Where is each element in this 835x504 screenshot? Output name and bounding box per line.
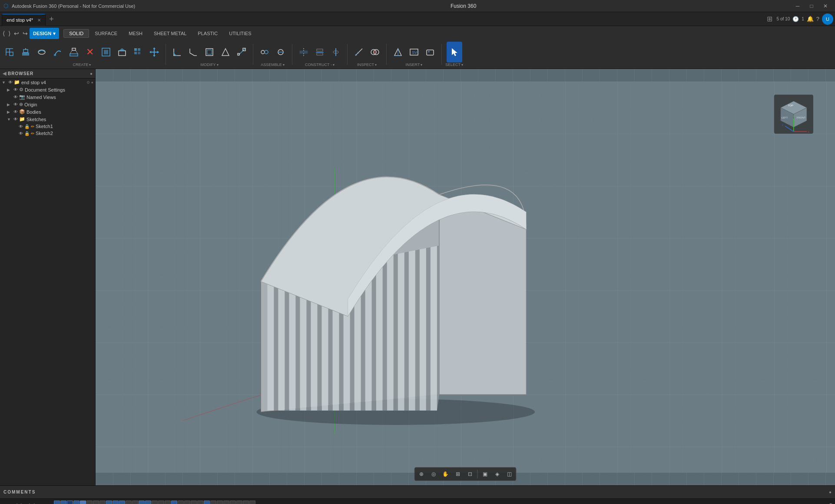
timeline-marker[interactable] — [249, 501, 255, 504]
timeline-prev-button[interactable]: ◀ — [11, 502, 19, 504]
eye-icon[interactable]: 👁 — [13, 95, 18, 99]
tab-utilities[interactable]: UTILITIES — [223, 29, 257, 38]
timeline-next-button[interactable]: ▶▶ — [28, 502, 40, 504]
revolve-button[interactable] — [34, 42, 50, 63]
browser-collapse-icon[interactable]: ◀ — [3, 71, 6, 76]
timeline-marker[interactable] — [165, 501, 171, 504]
timeline-marker[interactable] — [86, 501, 93, 504]
timeline-marker[interactable] — [119, 501, 125, 504]
joint-button[interactable] — [257, 42, 272, 63]
eye-icon[interactable]: 👁 — [8, 80, 13, 85]
draft-button[interactable] — [218, 42, 233, 63]
insert-svg-button[interactable]: SVG — [406, 42, 422, 63]
timeline-marker[interactable] — [204, 501, 210, 504]
timeline-marker[interactable] — [67, 501, 73, 504]
timeline-marker[interactable] — [126, 501, 132, 504]
tree-item-doc-settings[interactable]: ▶ 👁 ⚙ Document Settings — [0, 86, 95, 93]
tree-item-sketch2[interactable]: ▶ 👁 🔒 ✏ Sketch2 — [0, 130, 95, 137]
viewport[interactable]: TOP LEFT FRONT X Y Z ⊕ ◎ ✋ ⊞ ⊡ — [96, 69, 835, 485]
timeline-marker[interactable] — [93, 501, 99, 504]
tree-expand-doc-settings[interactable]: ▶ — [7, 88, 12, 92]
tab-surface[interactable]: SURFACE — [89, 29, 123, 38]
nav-back-icon[interactable]: ⟨ — [2, 29, 6, 38]
scale-button[interactable] — [234, 42, 249, 63]
tree-item-sketches[interactable]: ▼ 👁 📁 Sketches — [0, 115, 95, 123]
as-built-joint-button[interactable] — [273, 42, 288, 63]
tab-solid[interactable]: SOLID — [63, 29, 89, 38]
timeline-marker[interactable] — [158, 501, 164, 504]
eye-icon[interactable]: 👁 — [19, 124, 23, 129]
tab-add-button[interactable]: + — [46, 12, 57, 26]
comments-close-icon[interactable]: ● — [829, 490, 832, 494]
tab-end-stop-v4[interactable]: end stop v4* ✕ — [2, 14, 46, 26]
timeline-marker[interactable] — [73, 501, 80, 504]
eye-icon[interactable]: 👁 — [19, 131, 23, 136]
look-at-button[interactable]: ◎ — [428, 468, 439, 480]
new-component-button[interactable] — [2, 42, 17, 63]
tree-expand-root[interactable]: ▼ — [2, 80, 7, 85]
pan-button[interactable]: ✋ — [440, 468, 451, 480]
create-base-button[interactable] — [114, 42, 130, 63]
tree-item-bodies[interactable]: ▶ 👁 📦 Bodies — [0, 108, 95, 115]
display-mode-button[interactable]: ▣ — [480, 468, 491, 480]
insert-mesh-button[interactable] — [390, 42, 406, 63]
eye-icon[interactable]: 👁 — [13, 102, 18, 107]
maximize-button[interactable]: □ — [805, 2, 818, 10]
timeline-marker[interactable] — [243, 501, 249, 504]
timeline-marker[interactable] — [191, 501, 197, 504]
tab-plastic[interactable]: PLASTIC — [192, 29, 223, 38]
timeline-play-button[interactable]: ▶ — [20, 502, 27, 504]
timeline-marker[interactable] — [230, 501, 236, 504]
close-button[interactable]: ✕ — [819, 2, 832, 10]
tab-close-icon[interactable]: ✕ — [37, 18, 41, 23]
orbit-button[interactable]: ⊕ — [416, 468, 427, 480]
timeline-marker[interactable] — [217, 501, 223, 504]
sweep-button[interactable] — [50, 42, 66, 63]
timeline-settings-icon[interactable]: ⚙ — [828, 502, 833, 504]
redo-icon[interactable]: ↪ — [22, 29, 29, 38]
timeline-marker-active[interactable] — [80, 501, 86, 504]
boundary-fill-button[interactable] — [98, 42, 114, 63]
fillet-button[interactable] — [169, 42, 185, 63]
extrude-button[interactable] — [18, 42, 33, 63]
settings-icon[interactable]: ⚙ — [86, 80, 90, 85]
shell-button[interactable] — [202, 42, 217, 63]
timeline-start-button[interactable]: ⏮ — [2, 502, 10, 504]
pattern-button[interactable] — [130, 42, 146, 63]
add-tab-icon[interactable]: ⊞ — [765, 15, 774, 23]
timeline-marker[interactable] — [139, 501, 145, 504]
timeline-marker[interactable] — [145, 501, 151, 504]
tree-item-sketch1[interactable]: ▶ 👁 🔒 ✏ Sketch1 — [0, 123, 95, 130]
midplane-button[interactable] — [312, 42, 328, 63]
timeline-marker[interactable] — [223, 501, 229, 504]
help-icon[interactable]: ? — [816, 16, 819, 22]
timeline-marker[interactable] — [210, 501, 216, 504]
timeline-marker[interactable] — [184, 501, 190, 504]
tab-sheet-metal[interactable]: SHEET METAL — [148, 29, 192, 38]
tree-item-origin[interactable]: ▶ 👁 ⊕ Origin — [0, 101, 95, 108]
user-avatar[interactable]: U — [822, 13, 833, 25]
timeline-marker[interactable] — [152, 501, 158, 504]
axis-button[interactable] — [328, 42, 344, 63]
timeline-end-button[interactable]: ⏭ — [41, 502, 50, 504]
timeline-marker[interactable] — [236, 501, 242, 504]
timeline-marker[interactable] — [171, 501, 177, 504]
move-button[interactable] — [146, 42, 162, 63]
timeline-marker[interactable] — [178, 501, 184, 504]
zoom-fit-button[interactable]: ⊡ — [464, 468, 476, 480]
timeline-marker[interactable] — [132, 501, 138, 504]
nav-forward-icon[interactable]: ⟩ — [7, 29, 11, 38]
eye-icon[interactable]: 👁 — [13, 87, 18, 92]
more-icon[interactable]: ● — [91, 80, 93, 85]
measure-button[interactable] — [351, 42, 367, 63]
delete-button[interactable]: ✕ — [82, 42, 98, 63]
tree-expand-bodies[interactable]: ▶ — [7, 110, 12, 114]
loft-button[interactable] — [66, 42, 82, 63]
tree-expand-sketches[interactable]: ▼ — [7, 117, 12, 122]
decal-button[interactable] — [422, 42, 438, 63]
interference-button[interactable] — [367, 42, 383, 63]
timeline-marker[interactable] — [197, 501, 203, 504]
zoom-button[interactable]: ⊞ — [452, 468, 464, 480]
tree-expand-origin[interactable]: ▶ — [7, 102, 12, 107]
appearance-button[interactable]: ◈ — [492, 468, 503, 480]
